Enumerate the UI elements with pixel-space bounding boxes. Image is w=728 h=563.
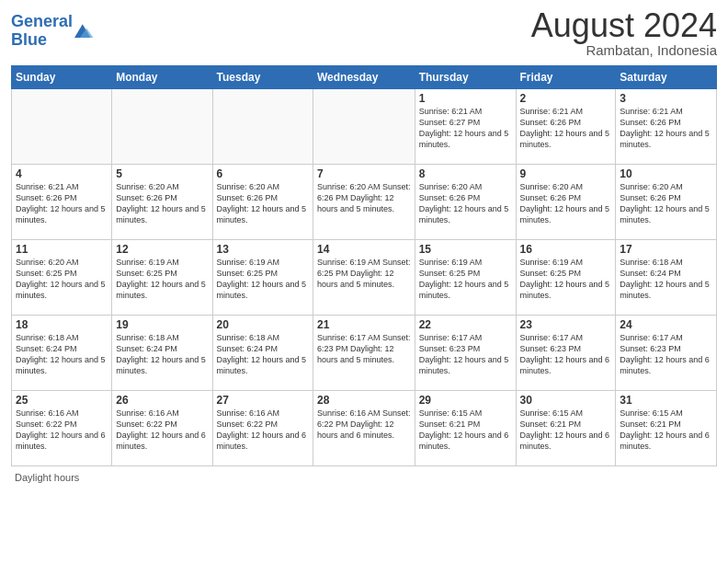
logo-icon bbox=[74, 21, 95, 41]
day-cell: 13Sunrise: 6:19 AM Sunset: 6:25 PM Dayli… bbox=[212, 240, 313, 316]
day-info: Sunrise: 6:17 AM Sunset: 6:23 PM Dayligh… bbox=[620, 332, 712, 377]
day-cell: 8Sunrise: 6:20 AM Sunset: 6:26 PM Daylig… bbox=[415, 165, 516, 240]
main-title: August 2024 bbox=[531, 9, 717, 42]
day-cell bbox=[112, 89, 212, 165]
day-number: 29 bbox=[419, 394, 512, 407]
day-number: 16 bbox=[520, 243, 612, 256]
day-cell: 23Sunrise: 6:17 AM Sunset: 6:23 PM Dayli… bbox=[516, 316, 616, 391]
col-header-saturday: Saturday bbox=[616, 66, 717, 89]
day-cell: 20Sunrise: 6:18 AM Sunset: 6:24 PM Dayli… bbox=[212, 316, 313, 391]
page: General Blue August 2024 Rambatan, Indon… bbox=[0, 0, 728, 563]
day-info: Sunrise: 6:18 AM Sunset: 6:24 PM Dayligh… bbox=[116, 332, 208, 377]
day-info: Sunrise: 6:18 AM Sunset: 6:24 PM Dayligh… bbox=[620, 257, 712, 302]
day-number: 17 bbox=[620, 243, 712, 256]
day-number: 9 bbox=[520, 167, 612, 180]
day-info: Sunrise: 6:21 AM Sunset: 6:26 PM Dayligh… bbox=[16, 181, 108, 226]
day-info: Sunrise: 6:16 AM Sunset: 6:22 PM Dayligh… bbox=[217, 408, 309, 453]
day-cell bbox=[313, 89, 415, 165]
day-cell: 3Sunrise: 6:21 AM Sunset: 6:26 PM Daylig… bbox=[616, 89, 717, 165]
week-row-5: 25Sunrise: 6:16 AM Sunset: 6:22 PM Dayli… bbox=[12, 391, 717, 466]
day-info: Sunrise: 6:19 AM Sunset: 6:25 PM Dayligh… bbox=[520, 257, 612, 302]
day-number: 2 bbox=[520, 92, 612, 105]
day-info: Sunrise: 6:20 AM Sunset: 6:26 PM Dayligh… bbox=[620, 181, 712, 226]
day-cell: 2Sunrise: 6:21 AM Sunset: 6:26 PM Daylig… bbox=[516, 89, 616, 165]
day-cell: 30Sunrise: 6:15 AM Sunset: 6:21 PM Dayli… bbox=[516, 391, 616, 466]
day-cell: 12Sunrise: 6:19 AM Sunset: 6:25 PM Dayli… bbox=[112, 240, 212, 316]
day-number: 14 bbox=[317, 243, 411, 256]
day-number: 10 bbox=[620, 167, 712, 180]
day-info: Sunrise: 6:19 AM Sunset: 6:25 PM Dayligh… bbox=[317, 257, 411, 290]
day-number: 5 bbox=[116, 167, 208, 180]
logo: General Blue bbox=[11, 13, 95, 50]
day-info: Sunrise: 6:16 AM Sunset: 6:22 PM Dayligh… bbox=[317, 408, 411, 441]
col-header-friday: Friday bbox=[516, 66, 616, 89]
day-cell: 27Sunrise: 6:16 AM Sunset: 6:22 PM Dayli… bbox=[212, 391, 313, 466]
day-info: Sunrise: 6:21 AM Sunset: 6:26 PM Dayligh… bbox=[620, 106, 712, 151]
day-number: 23 bbox=[520, 318, 612, 331]
day-info: Sunrise: 6:16 AM Sunset: 6:22 PM Dayligh… bbox=[116, 408, 208, 453]
week-row-3: 11Sunrise: 6:20 AM Sunset: 6:25 PM Dayli… bbox=[12, 240, 717, 316]
day-info: Sunrise: 6:19 AM Sunset: 6:25 PM Dayligh… bbox=[419, 257, 512, 302]
day-cell: 5Sunrise: 6:20 AM Sunset: 6:26 PM Daylig… bbox=[112, 165, 212, 240]
day-number: 19 bbox=[116, 318, 208, 331]
day-cell: 7Sunrise: 6:20 AM Sunset: 6:26 PM Daylig… bbox=[313, 165, 415, 240]
day-info: Sunrise: 6:20 AM Sunset: 6:26 PM Dayligh… bbox=[116, 181, 208, 226]
day-info: Sunrise: 6:17 AM Sunset: 6:23 PM Dayligh… bbox=[317, 332, 411, 365]
day-cell: 14Sunrise: 6:19 AM Sunset: 6:25 PM Dayli… bbox=[313, 240, 415, 316]
day-number: 31 bbox=[620, 394, 712, 407]
day-number: 15 bbox=[419, 243, 512, 256]
day-cell: 21Sunrise: 6:17 AM Sunset: 6:23 PM Dayli… bbox=[313, 316, 415, 391]
day-number: 21 bbox=[317, 318, 411, 331]
day-info: Sunrise: 6:17 AM Sunset: 6:23 PM Dayligh… bbox=[419, 332, 512, 377]
day-number: 8 bbox=[419, 167, 512, 180]
footer-label: Daylight hours bbox=[15, 472, 79, 483]
week-row-2: 4Sunrise: 6:21 AM Sunset: 6:26 PM Daylig… bbox=[12, 165, 717, 240]
day-cell bbox=[212, 89, 313, 165]
day-number: 7 bbox=[317, 167, 411, 180]
header: General Blue August 2024 Rambatan, Indon… bbox=[11, 9, 717, 58]
day-cell: 26Sunrise: 6:16 AM Sunset: 6:22 PM Dayli… bbox=[112, 391, 212, 466]
day-info: Sunrise: 6:21 AM Sunset: 6:27 PM Dayligh… bbox=[419, 106, 512, 151]
day-cell: 10Sunrise: 6:20 AM Sunset: 6:26 PM Dayli… bbox=[616, 165, 717, 240]
day-cell: 4Sunrise: 6:21 AM Sunset: 6:26 PM Daylig… bbox=[12, 165, 112, 240]
week-row-1: 1Sunrise: 6:21 AM Sunset: 6:27 PM Daylig… bbox=[12, 89, 717, 165]
day-info: Sunrise: 6:20 AM Sunset: 6:26 PM Dayligh… bbox=[317, 181, 411, 214]
day-info: Sunrise: 6:21 AM Sunset: 6:26 PM Dayligh… bbox=[520, 106, 612, 151]
day-number: 4 bbox=[16, 167, 108, 180]
day-info: Sunrise: 6:16 AM Sunset: 6:22 PM Dayligh… bbox=[16, 408, 108, 453]
day-number: 28 bbox=[317, 394, 411, 407]
day-cell: 16Sunrise: 6:19 AM Sunset: 6:25 PM Dayli… bbox=[516, 240, 616, 316]
day-info: Sunrise: 6:15 AM Sunset: 6:21 PM Dayligh… bbox=[620, 408, 712, 453]
day-number: 11 bbox=[16, 243, 108, 256]
title-block: August 2024 Rambatan, Indonesia bbox=[531, 9, 717, 58]
day-info: Sunrise: 6:20 AM Sunset: 6:25 PM Dayligh… bbox=[16, 257, 108, 302]
day-info: Sunrise: 6:15 AM Sunset: 6:21 PM Dayligh… bbox=[520, 408, 612, 453]
logo-general: General bbox=[11, 12, 73, 30]
day-cell: 17Sunrise: 6:18 AM Sunset: 6:24 PM Dayli… bbox=[616, 240, 717, 316]
day-number: 6 bbox=[217, 167, 309, 180]
day-cell: 18Sunrise: 6:18 AM Sunset: 6:24 PM Dayli… bbox=[12, 316, 112, 391]
col-header-monday: Monday bbox=[112, 66, 212, 89]
day-number: 30 bbox=[520, 394, 612, 407]
day-info: Sunrise: 6:19 AM Sunset: 6:25 PM Dayligh… bbox=[116, 257, 208, 302]
day-info: Sunrise: 6:15 AM Sunset: 6:21 PM Dayligh… bbox=[419, 408, 512, 453]
day-cell: 28Sunrise: 6:16 AM Sunset: 6:22 PM Dayli… bbox=[313, 391, 415, 466]
day-info: Sunrise: 6:20 AM Sunset: 6:26 PM Dayligh… bbox=[217, 181, 309, 226]
day-number: 25 bbox=[16, 394, 108, 407]
col-header-wednesday: Wednesday bbox=[313, 66, 415, 89]
col-header-thursday: Thursday bbox=[415, 66, 516, 89]
col-header-tuesday: Tuesday bbox=[212, 66, 313, 89]
day-info: Sunrise: 6:20 AM Sunset: 6:26 PM Dayligh… bbox=[419, 181, 512, 226]
day-number: 20 bbox=[217, 318, 309, 331]
day-cell: 24Sunrise: 6:17 AM Sunset: 6:23 PM Dayli… bbox=[616, 316, 717, 391]
day-number: 27 bbox=[217, 394, 309, 407]
logo-text: General Blue bbox=[11, 13, 73, 50]
day-cell: 25Sunrise: 6:16 AM Sunset: 6:22 PM Dayli… bbox=[12, 391, 112, 466]
day-number: 3 bbox=[620, 92, 712, 105]
day-cell: 1Sunrise: 6:21 AM Sunset: 6:27 PM Daylig… bbox=[415, 89, 516, 165]
day-number: 24 bbox=[620, 318, 712, 331]
day-info: Sunrise: 6:18 AM Sunset: 6:24 PM Dayligh… bbox=[16, 332, 108, 377]
subtitle: Rambatan, Indonesia bbox=[531, 42, 717, 58]
day-number: 26 bbox=[116, 394, 208, 407]
col-header-sunday: Sunday bbox=[12, 66, 112, 89]
